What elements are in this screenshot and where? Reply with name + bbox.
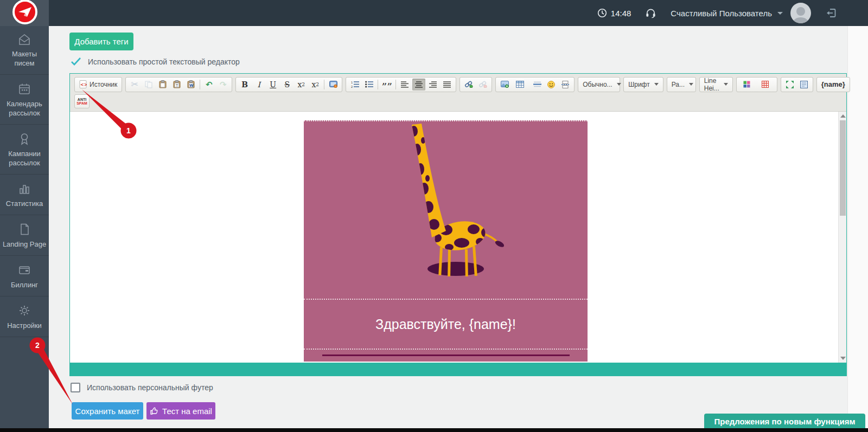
svg-text:1: 1 [351, 81, 353, 84]
sidebar-item-landing-page[interactable]: Landing Page [0, 215, 49, 256]
sidebar-item-label: Календарь рассылок [2, 99, 47, 118]
undo-icon[interactable]: ↶ [202, 79, 215, 91]
link-icon[interactable] [462, 79, 475, 91]
align-right-icon[interactable] [426, 79, 439, 91]
numbered-list-icon[interactable]: 12 [348, 79, 361, 91]
align-justify-icon[interactable] [441, 79, 454, 91]
font-size-value: Ра... [672, 81, 685, 88]
strikethrough-button[interactable]: S [280, 79, 293, 91]
scroll-up-icon[interactable] [840, 114, 846, 118]
insert-image-icon[interactable] [498, 79, 511, 91]
blockquote-icon[interactable]: ”” [380, 79, 393, 91]
insert-name-tag-button[interactable]: {name} [816, 77, 850, 92]
italic-button[interactable]: I [252, 79, 265, 91]
subscript-button[interactable]: x2 [295, 79, 308, 91]
test-email-label: Тест на email [162, 407, 212, 416]
svg-text:W: W [189, 83, 194, 88]
greeting-text: Здравствуйте, {name}! [375, 317, 516, 332]
envelope-icon [17, 33, 31, 46]
background-color-icon[interactable] [757, 79, 775, 91]
smiley-icon[interactable] [545, 79, 558, 91]
sidebar-item-billing[interactable]: Биллинг [0, 256, 49, 296]
sidebar-item-label: Статистика [2, 199, 47, 208]
svg-text:<>: <> [80, 82, 87, 87]
email-next-section [304, 350, 588, 362]
sidebar-item-label: Макеты писем [2, 49, 47, 68]
unlink-icon[interactable] [476, 79, 489, 91]
app-logo-block [0, 0, 49, 26]
paste-as-text-icon[interactable]: T [170, 79, 183, 91]
font-size-dropdown[interactable]: Ра... [667, 77, 696, 92]
feature-suggestions-button[interactable]: Предложения по новым функциям [704, 414, 865, 429]
sidebar-item-label: Настройки [2, 321, 47, 330]
sidebar-item-mailing-campaigns[interactable]: Кампании рассылок [0, 125, 49, 175]
personal-footer-label: Использовать персональный футер [87, 383, 213, 392]
iframe-icon[interactable] [327, 79, 340, 91]
rich-text-editor: <> Источник ✂ T W ↶ ↷ [69, 73, 847, 376]
editor-content-area[interactable]: Здравствуйте, {name}! [70, 112, 846, 363]
checkmark-icon [71, 57, 81, 66]
checkbox-unchecked[interactable] [71, 383, 80, 392]
add-tags-button[interactable]: Добавить теги [69, 33, 133, 50]
horizontal-rule-icon[interactable] [531, 79, 544, 91]
superscript-button[interactable]: x2 [309, 79, 322, 91]
sidebar-item-settings[interactable]: Настройки [0, 296, 49, 337]
award-icon [17, 132, 31, 146]
paste-icon[interactable] [156, 79, 169, 91]
underline-button[interactable]: U [266, 79, 279, 91]
show-blocks-icon[interactable] [797, 79, 810, 91]
bar-chart-icon [17, 182, 31, 196]
paragraph-format-dropdown[interactable]: Обычно... [578, 77, 620, 92]
paragraph-format-value: Обычно... [583, 81, 612, 88]
align-center-icon[interactable] [412, 79, 425, 91]
line-height-value: Line Hei... [704, 77, 719, 92]
copy-icon[interactable] [142, 79, 155, 91]
source-button-label: Источник [90, 81, 117, 88]
text-color-icon[interactable] [739, 79, 756, 91]
scrollbar-thumb[interactable] [840, 120, 846, 216]
sidebar-item-label: Landing Page [2, 240, 47, 249]
email-template: Здравствуйте, {name}! [304, 120, 588, 362]
sidebar-item-mail-templates[interactable]: Макеты писем [0, 26, 49, 75]
bulleted-list-icon[interactable] [362, 79, 375, 91]
paste-from-word-icon[interactable]: W [184, 79, 197, 91]
redo-icon[interactable]: ↷ [216, 79, 229, 91]
email-hero-section[interactable] [304, 120, 588, 300]
font-dropdown[interactable]: Шрифт [623, 77, 663, 92]
antispam-label-top: ANTI [78, 98, 86, 101]
insert-table-icon[interactable] [512, 79, 529, 91]
email-greeting-section[interactable]: Здравствуйте, {name}! [304, 300, 588, 350]
source-button[interactable]: <> Источник [74, 77, 122, 92]
editor-toolbar: <> Источник ✂ T W ↶ ↷ [70, 74, 846, 112]
sidebar-item-statistics[interactable]: Статистика [0, 175, 49, 215]
personal-footer-checkbox-row[interactable]: Использовать персональный футер [71, 383, 213, 392]
cut-icon[interactable]: ✂ [128, 79, 141, 91]
right-gutter [847, 26, 868, 428]
maximize-icon[interactable] [783, 79, 796, 91]
simple-editor-label: Использовать простой текстовый редактор [88, 57, 240, 66]
avatar[interactable] [790, 3, 811, 23]
editor-footer-bar [70, 363, 846, 376]
source-icon: <> [79, 80, 87, 88]
simple-editor-checkbox-row[interactable]: Использовать простой текстовый редактор [71, 57, 240, 66]
antispam-button[interactable]: ANTI SPAM [74, 94, 90, 108]
gear-icon [17, 304, 31, 318]
test-email-button[interactable]: Тест на email [146, 402, 215, 420]
thumbs-up-icon [150, 407, 158, 415]
save-template-button[interactable]: Сохранить макет [72, 402, 143, 420]
bold-button[interactable]: B [238, 79, 251, 91]
scroll-down-icon[interactable] [840, 357, 846, 360]
chevron-down-icon[interactable] [777, 12, 783, 15]
line-height-dropdown[interactable]: Line Hei... [699, 77, 733, 92]
editor-scrollbar[interactable] [838, 112, 846, 363]
page-break-icon[interactable] [559, 79, 572, 91]
logout-icon[interactable] [825, 7, 838, 20]
sidebar-item-label: Кампании рассылок [2, 149, 47, 167]
align-left-icon[interactable] [398, 79, 411, 91]
app-logo-icon[interactable] [0, 0, 49, 26]
wallet-icon [17, 263, 31, 277]
user-name[interactable]: Счастливый Пользователь [671, 9, 772, 18]
sidebar-item-mailing-calendar[interactable]: Календарь рассылок [0, 75, 49, 125]
support-headset-icon[interactable] [645, 8, 656, 18]
sidebar: Макеты писем Календарь рассылок Кампании… [0, 26, 49, 428]
